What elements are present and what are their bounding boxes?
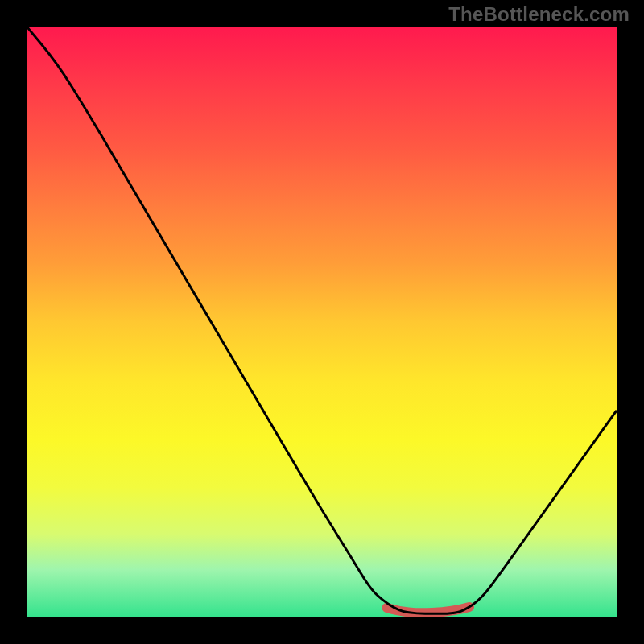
curve-svg [27,27,617,617]
plot-area [27,27,617,617]
bottleneck-curve [27,27,617,613]
chart-frame: TheBottleneck.com [0,0,644,644]
watermark-text: TheBottleneck.com [448,3,630,26]
